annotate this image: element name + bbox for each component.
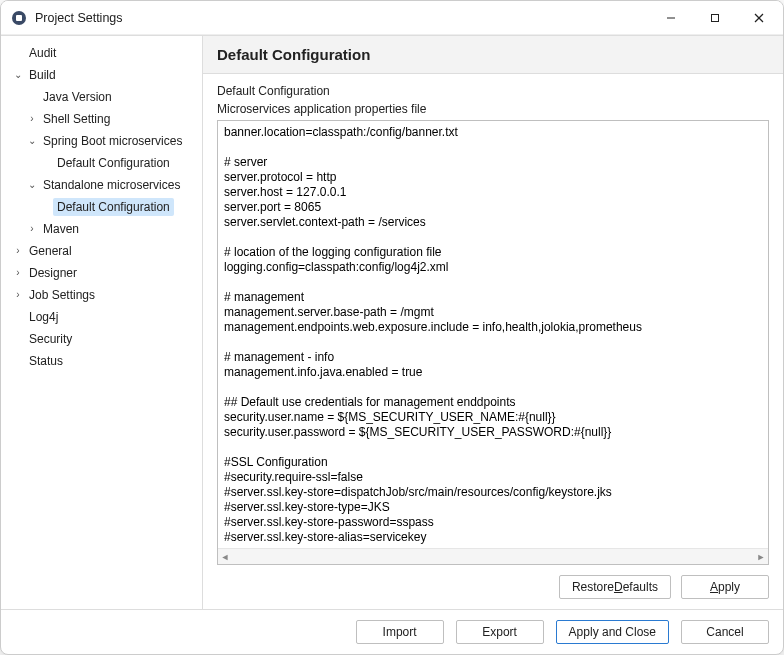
settings-tree: Audit⌄BuildJava Version›Shell Setting⌄Sp… (1, 36, 203, 609)
tree-item-status[interactable]: Status (1, 352, 202, 370)
tree-item-label: Default Configuration (53, 154, 174, 172)
tree-item-maven[interactable]: ›Maven (1, 220, 202, 238)
tree-item-label: Java Version (39, 88, 116, 106)
svg-rect-1 (16, 15, 22, 21)
minimize-button[interactable] (649, 3, 693, 33)
tree-item-standalone-default-config[interactable]: Default Configuration (1, 198, 202, 216)
app-icon (11, 10, 27, 26)
properties-editor-container: ◄ ► (217, 120, 769, 565)
titlebar: Project Settings (1, 1, 783, 35)
tree-item-general[interactable]: ›General (1, 242, 202, 260)
tree-item-security[interactable]: Security (1, 330, 202, 348)
chevron-right-icon[interactable]: › (11, 265, 25, 281)
chevron-down-icon[interactable]: ⌄ (25, 177, 39, 193)
tree-item-label: Status (25, 352, 67, 370)
tree-item-label: Audit (25, 44, 60, 62)
tree-item-label: Shell Setting (39, 110, 114, 128)
svg-rect-3 (712, 14, 719, 21)
tree-item-label: General (25, 242, 76, 260)
tree-item-label: Build (25, 66, 60, 84)
scroll-left-icon[interactable]: ◄ (220, 552, 230, 562)
tree-item-label: Default Configuration (53, 198, 174, 216)
tree-item-label: Standalone microservices (39, 176, 184, 194)
close-button[interactable] (737, 3, 781, 33)
section-subheading: Default Configuration (217, 82, 769, 100)
chevron-right-icon[interactable]: › (25, 111, 39, 127)
properties-editor[interactable] (218, 121, 768, 548)
properties-file-label: Microservices application properties fil… (217, 100, 769, 118)
chevron-down-icon[interactable]: ⌄ (11, 67, 25, 83)
tree-item-label: Job Settings (25, 286, 99, 304)
tree-item-java-version[interactable]: Java Version (1, 88, 202, 106)
import-button[interactable]: Import (356, 620, 444, 644)
tree-item-log4j[interactable]: Log4j (1, 308, 202, 326)
maximize-button[interactable] (693, 3, 737, 33)
restore-defaults-button[interactable]: Restore Defaults (559, 575, 671, 599)
cancel-button[interactable]: Cancel (681, 620, 769, 644)
main-panel: Default Configuration Default Configurat… (203, 36, 783, 609)
page-title: Default Configuration (203, 36, 783, 74)
chevron-down-icon[interactable]: ⌄ (25, 133, 39, 149)
horizontal-scrollbar[interactable]: ◄ ► (218, 548, 768, 564)
chevron-right-icon[interactable]: › (25, 221, 39, 237)
scroll-right-icon[interactable]: ► (756, 552, 766, 562)
window-title: Project Settings (35, 11, 649, 25)
tree-item-shell-setting[interactable]: ›Shell Setting (1, 110, 202, 128)
tree-item-designer[interactable]: ›Designer (1, 264, 202, 282)
apply-button[interactable]: Apply (681, 575, 769, 599)
dialog-button-bar: Import Export Apply and Close Cancel (1, 609, 783, 654)
apply-and-close-button[interactable]: Apply and Close (556, 620, 669, 644)
tree-item-label: Security (25, 330, 76, 348)
tree-item-label: Spring Boot microservices (39, 132, 186, 150)
tree-item-spring-boot[interactable]: ⌄Spring Boot microservices (1, 132, 202, 150)
form-area: Default Configuration Microservices appl… (203, 74, 783, 609)
chevron-right-icon[interactable]: › (11, 243, 25, 259)
tree-item-spring-default-config[interactable]: Default Configuration (1, 154, 202, 172)
tree-item-job-settings[interactable]: ›Job Settings (1, 286, 202, 304)
tree-item-standalone[interactable]: ⌄Standalone microservices (1, 176, 202, 194)
export-button[interactable]: Export (456, 620, 544, 644)
tree-item-label: Designer (25, 264, 81, 282)
form-button-row: Restore Defaults Apply (217, 565, 769, 599)
tree-item-label: Log4j (25, 308, 62, 326)
chevron-right-icon[interactable]: › (11, 287, 25, 303)
project-settings-window: Project Settings Audit⌄BuildJava Version… (0, 0, 784, 655)
tree-item-build[interactable]: ⌄Build (1, 66, 202, 84)
dialog-body: Audit⌄BuildJava Version›Shell Setting⌄Sp… (1, 35, 783, 609)
tree-item-label: Maven (39, 220, 83, 238)
tree-item-audit[interactable]: Audit (1, 44, 202, 62)
